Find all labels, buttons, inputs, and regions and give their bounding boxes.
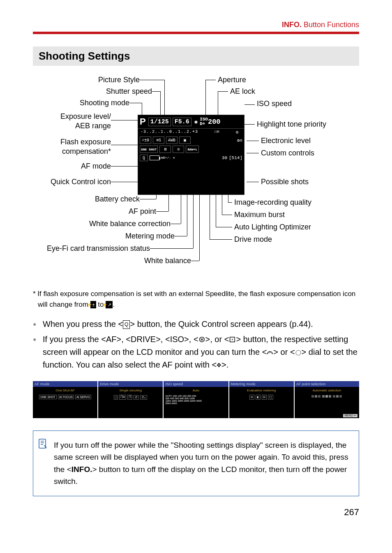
quick-control-icon: Q (140, 155, 148, 161)
lcd-shots: [514] (229, 155, 242, 160)
svg-point-0 (296, 350, 301, 355)
label-af-mode: AF mode (33, 162, 111, 171)
iso-key-label: ISO (170, 335, 184, 344)
drive-high-icon: ❐H (214, 130, 220, 135)
lcd-iso-value: 200 (208, 118, 221, 126)
thumb-drive-mode: Drive mode Single shooting □ ❐H ❐ ⏱ ⏱₂ (98, 381, 164, 418)
lcd-quality: RAW+L (186, 146, 199, 153)
note-info-key: INFO. (71, 465, 92, 474)
label-af-point: AF point (33, 207, 156, 216)
footnote: * If flash exposure compensation is set … (33, 289, 359, 310)
note-box: If you turn off the power while the "Sho… (33, 430, 359, 496)
awb-icon: AWB (166, 137, 178, 144)
auto-lighting-icon: ▣ (179, 137, 191, 144)
label-highlight-tone: Highlight tone priority (257, 120, 326, 129)
lcd-shutter: 1/125 (148, 118, 171, 126)
label-ae-lock: AE lock (230, 87, 255, 96)
thumbnail-row: AF mode One-Shot AF ONE SHOT AI FOCUS AI… (33, 381, 359, 418)
thumb-af-point-selection: AF point selection Automatic selection M… (295, 381, 359, 418)
section-title: Shooting Settings (33, 46, 359, 66)
bullet-2: If you press the <AF>, <DRIVE>, <ISO>, <… (33, 333, 359, 371)
label-possible-shots: Possible shots (261, 178, 309, 186)
label-battery-check: Battery check (33, 195, 140, 204)
label-shutter-speed: Shutter speed (33, 87, 152, 96)
af-key-label: AF (106, 335, 117, 344)
lcd-screen: P 1/125 F5.6 ✱ ISO D+ 200 -3..2..1..0..1… (138, 115, 244, 195)
bullet-list: When you press the <Q> button, the Quick… (33, 318, 359, 371)
thumb-afpoint-grid (295, 394, 359, 398)
q-button-icon: Q (123, 320, 130, 329)
thumb-drive-chips: □ ❐H ❐ ⏱ ⏱₂ (98, 394, 163, 400)
lcd-shooting-mode: P (140, 116, 146, 127)
ae-lock-icon: ✱ (194, 118, 198, 125)
thumb-iso-body: AUTO 100 125 160 200 250 320 400 500 640… (164, 394, 228, 405)
thumb-metering-chips: ⊙ ◐ ⊡ ▢ (229, 394, 294, 400)
thumb-metering-mode: Metering mode Evaluative metering ⊙ ◐ ⊡ … (229, 381, 295, 418)
header-divider (33, 32, 359, 34)
flash-comp-icon: ⚡±0 (140, 137, 151, 144)
label-auto-lighting: Auto Lighting Optimizer (234, 223, 311, 231)
label-custom-controls: Custom controls (261, 149, 314, 157)
label-quick-control-icon: Quick Control icon (21, 178, 111, 186)
header-info-key: INFO. (282, 21, 302, 29)
multicontroller-icon: ✥ (217, 361, 221, 370)
label-electronic-level: Electronic level (261, 137, 311, 145)
note-text-b: > button to turn off the display on the … (54, 465, 347, 486)
afpoint-key-icon: ⊡ (229, 335, 236, 344)
svg-rect-1 (39, 439, 46, 448)
flash-comp-internal-icon: ⚡± (90, 301, 96, 309)
lcd-dplus: D+ (200, 122, 208, 126)
settings-diagram: Picture Style Shutter speed Shooting mod… (33, 76, 359, 281)
label-picture-style: Picture Style (33, 76, 140, 84)
flash-comp-external-icon: ⚡↗ (106, 301, 113, 309)
af-point-grid-icon: ⊞ (159, 146, 171, 153)
page-header: INFO. Button Functions (33, 21, 359, 29)
thumb-iso-speed: ISO speed Auto AUTO 100 125 160 200 250 … (164, 381, 229, 418)
bullet-1: When you press the <Q> button, the Quick… (33, 318, 359, 331)
label-max-burst: Maximum burst (234, 211, 285, 219)
battery-icon (150, 155, 159, 160)
label-white-balance: White balance (33, 257, 191, 265)
lcd-burst: 30 (222, 155, 227, 160)
wb-shift-icon: WB+/- (161, 156, 171, 160)
custom-controls-icon: ⚙≡ (237, 138, 242, 143)
main-dial-icon (267, 349, 273, 356)
eyefi-icon: ⌔ (173, 155, 175, 161)
label-wb-correction: White balance correction (33, 220, 171, 228)
label-metering-mode: Metering mode (33, 232, 175, 241)
label-aperture: Aperture (218, 76, 246, 84)
label-flash-exp-comp: Flash exposurecompensation* (33, 137, 111, 157)
label-shooting-mode: Shooting mode (33, 99, 129, 107)
lcd-exposure-scale: -3..2..1..0..1..2.+3 (141, 130, 198, 135)
metering-key-icon: ⊛ (198, 335, 205, 344)
label-iso-speed: ISO speed (257, 99, 292, 108)
drive-key-label: DRIVE (131, 335, 156, 344)
label-exposure-level: Exposure level/AEB range (33, 112, 111, 131)
label-eyefi: Eye-Fi card transmission status (21, 244, 150, 253)
metering-icon: ⊙ (173, 146, 184, 153)
quick-dial-icon (295, 349, 302, 356)
electronic-level-icon: ⊖ (236, 130, 242, 135)
thumb-af-mode: AF mode One-Shot AF ONE SHOT AI FOCUS AI… (33, 381, 98, 418)
label-drive-mode: Drive mode (234, 235, 272, 244)
lcd-aperture: F5.6 (173, 118, 191, 126)
header-rest: Button Functions (302, 21, 359, 29)
lcd-af-mode: ONE SHOT (140, 146, 158, 153)
note-icon (38, 438, 47, 449)
label-image-quality: Image-recording quality (234, 198, 311, 207)
page-number: 267 (33, 507, 359, 518)
thumb-af-chips: ONE SHOT AI FOCUS AI SERVO (33, 394, 97, 400)
menu-back-icon: MENU ↩ (343, 414, 357, 417)
picture-style-icon: ≋S (153, 137, 164, 144)
